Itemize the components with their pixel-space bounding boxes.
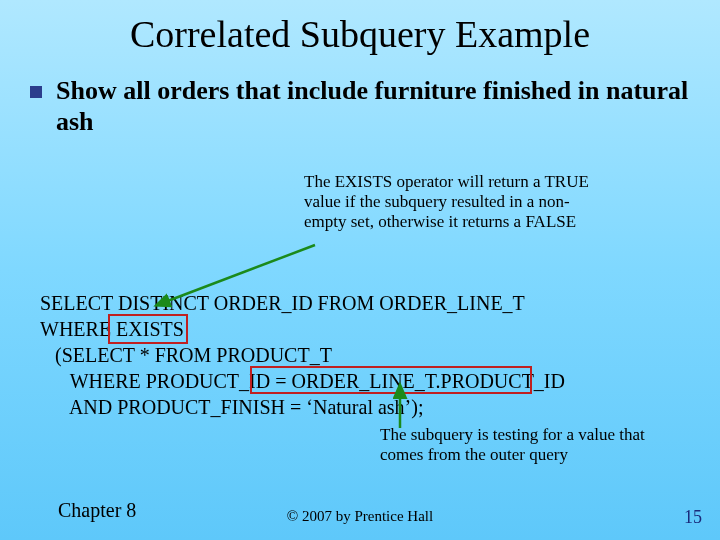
callout-correlation: The subquery is testing for a value that… xyxy=(380,425,680,466)
bullet-icon xyxy=(30,86,42,98)
bullet-text: Show all orders that include furniture f… xyxy=(56,76,690,137)
sql-line-4: WHERE PRODUCT_ID = ORDER_LINE_T.PRODUCT_… xyxy=(40,370,565,392)
sql-line-2: WHERE EXISTS xyxy=(40,318,184,340)
sql-block: SELECT DISTINCT ORDER_ID FROM ORDER_LINE… xyxy=(40,290,565,420)
sql-line-3: (SELECT * FROM PRODUCT_T xyxy=(40,344,332,366)
slide-title: Correlated Subquery Example xyxy=(0,0,720,56)
slide: Correlated Subquery Example Show all ord… xyxy=(0,0,720,540)
footer-page-number: 15 xyxy=(684,507,702,528)
sql-line-1: SELECT DISTINCT ORDER_ID FROM ORDER_LINE… xyxy=(40,292,525,314)
footer-copyright: © 2007 by Prentice Hall xyxy=(0,508,720,525)
callout-exists: The EXISTS operator will return a TRUE v… xyxy=(304,172,604,232)
bullet-row: Show all orders that include furniture f… xyxy=(30,76,690,137)
sql-line-5: AND PRODUCT_FINISH = ‘Natural ash’); xyxy=(40,396,423,418)
